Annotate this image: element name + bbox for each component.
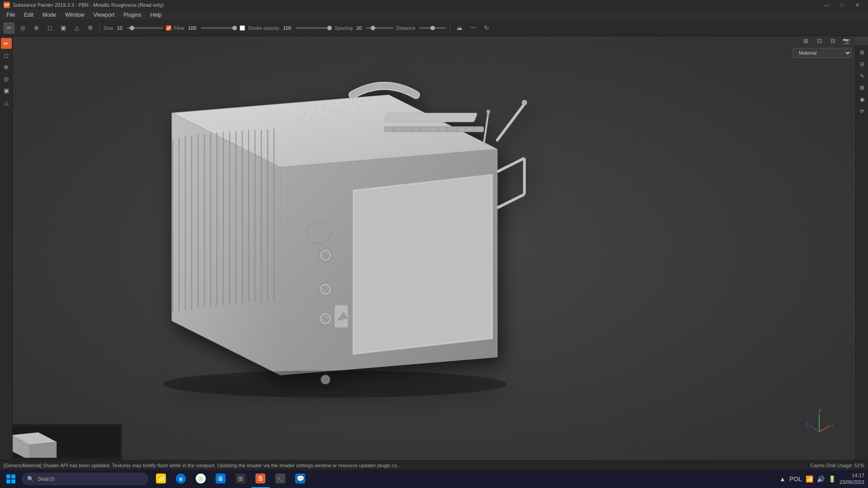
network-icon[interactable]: POL (789, 475, 802, 483)
taskbar-substance[interactable]: S (251, 470, 269, 488)
app-icon: SP (4, 2, 10, 8)
fill-tool-left[interactable]: ▣ (1, 85, 12, 96)
minimize-button[interactable]: — (819, 0, 834, 10)
stroke-opacity-slider-container (296, 27, 332, 29)
svg-point-47 (374, 112, 377, 114)
size-value: 10 (117, 25, 122, 31)
taskbar-chat[interactable]: 💬 (291, 470, 309, 488)
expand-tray-icon[interactable]: ▲ (779, 475, 786, 483)
geometry-mask-button[interactable]: △ (71, 23, 82, 33)
maximize-button[interactable]: □ (835, 0, 849, 10)
distance-label: Distance (396, 25, 415, 31)
taskbar-app5[interactable]: ⊞ (231, 470, 250, 488)
svg-rect-85 (384, 127, 484, 132)
settings-button[interactable]: ⚙ (85, 23, 96, 33)
size-checkbox[interactable] (166, 25, 171, 31)
taskbar-chrome[interactable]: ◎ (192, 470, 210, 488)
substance-icon: S (255, 474, 265, 483)
3dview-button[interactable]: ◉ (857, 94, 868, 105)
svg-marker-126 (29, 442, 57, 458)
clock[interactable]: 14:17 23/09/2023 (840, 472, 864, 486)
fill-button[interactable]: ▣ (58, 23, 69, 33)
taskbar-edge[interactable]: e (172, 470, 190, 488)
layers-button[interactable]: ⊞ (857, 47, 868, 58)
svg-point-70 (331, 136, 334, 138)
volume-icon[interactable]: 🔊 (817, 475, 825, 483)
svg-line-122 (809, 425, 819, 432)
paint-button[interactable]: ✎ (857, 70, 868, 81)
menu-item-file[interactable]: File (2, 11, 19, 19)
svg-point-65 (370, 125, 372, 127)
axes-indicator: X Y Z (806, 409, 833, 437)
menu-item-edit[interactable]: Edit (19, 11, 38, 19)
svg-point-79 (329, 142, 331, 145)
wave-icon-button[interactable]: 〰 (467, 23, 478, 33)
eraser-button[interactable]: ◻ (44, 23, 55, 33)
size-slider[interactable] (127, 27, 163, 29)
taskbar-search[interactable]: 🔍 Search (22, 473, 148, 485)
clone-stamp-button[interactable]: ⊕ (31, 23, 42, 33)
size-slider-container (127, 27, 163, 29)
mountain-icon-button[interactable]: ⛰ (454, 23, 465, 33)
spacing-slider[interactable] (366, 27, 393, 29)
smudge-tool-left[interactable]: ◎ (1, 73, 12, 84)
flow-slider[interactable] (201, 27, 237, 29)
camera-target-button[interactable]: ⊞ (800, 35, 811, 46)
paint-brush-button[interactable]: ✏ (4, 23, 14, 33)
channels-button[interactable]: ⊠ (857, 82, 868, 93)
brush-tool-left[interactable]: ✏ (1, 38, 12, 49)
svg-point-74 (368, 132, 370, 134)
svg-point-60 (325, 130, 327, 132)
menu-item-window[interactable]: Window (61, 11, 89, 19)
window-controls: — □ ✕ (819, 0, 864, 10)
menu-item-help[interactable]: Help (146, 11, 166, 19)
svg-point-48 (300, 126, 302, 128)
terminal-icon: >_ (275, 474, 285, 483)
camera-record-button[interactable]: ⊟ (827, 35, 838, 46)
camera-view-button[interactable]: ⊡ (814, 35, 825, 46)
battery-icon[interactable]: 🔋 (828, 475, 836, 483)
svg-point-66 (295, 139, 297, 141)
clone-tool-left[interactable]: ⊕ (1, 61, 12, 72)
svg-point-38 (377, 105, 379, 107)
svg-point-67 (304, 138, 307, 141)
svg-point-56 (372, 118, 374, 121)
svg-point-128 (24, 446, 26, 449)
camera-screenshot-button[interactable]: 📷 (841, 35, 852, 46)
rotate-icon-button[interactable]: ↻ (481, 23, 492, 33)
svg-point-22 (316, 104, 318, 107)
wifi-icon[interactable]: 📶 (806, 475, 813, 483)
svg-point-77 (311, 144, 313, 146)
svg-point-24 (334, 103, 336, 105)
taskbar-terminal[interactable]: >_ (271, 470, 289, 488)
history-button[interactable]: ⟳ (857, 106, 868, 117)
taskbar-file-explorer[interactable]: 📁 (152, 470, 170, 488)
menu-item-viewport[interactable]: Viewport (89, 11, 119, 19)
spacing-slider-container (366, 27, 393, 29)
svg-point-29 (379, 98, 381, 100)
close-button[interactable]: ✕ (850, 0, 864, 10)
stroke-opacity-slider[interactable] (296, 27, 332, 29)
svg-point-64 (361, 126, 363, 128)
material-dropdown[interactable]: Material Base Color Roughness Metallic N… (793, 48, 852, 58)
eraser-tool-left[interactable]: ◻ (1, 50, 12, 61)
x-axis-label: X (831, 422, 833, 427)
flow-checkbox[interactable] (240, 25, 245, 31)
texture-button[interactable]: ⊟ (857, 59, 868, 70)
viewport[interactable]: X Y Z (0, 36, 855, 465)
menu-item-plugins[interactable]: Plugins (119, 11, 146, 19)
z-axis-label: Z (806, 422, 808, 427)
material-select[interactable]: Material Base Color Roughness Metallic N… (793, 48, 852, 58)
svg-point-40 (311, 118, 313, 120)
start-button[interactable] (0, 470, 22, 488)
thumbnail-preview (2, 426, 120, 458)
distance-slider[interactable] (419, 27, 446, 29)
app4-icon: 🖥 (216, 474, 226, 483)
svg-point-35 (349, 108, 352, 110)
taskbar-app4[interactable]: 🖥 (212, 470, 230, 488)
svg-point-21 (307, 105, 309, 108)
geometry-tool-left[interactable]: △ (1, 97, 12, 108)
flow-slider-container (201, 27, 237, 29)
circle-brush-button[interactable]: ◎ (17, 23, 28, 33)
menu-item-mode[interactable]: Mode (38, 11, 61, 19)
